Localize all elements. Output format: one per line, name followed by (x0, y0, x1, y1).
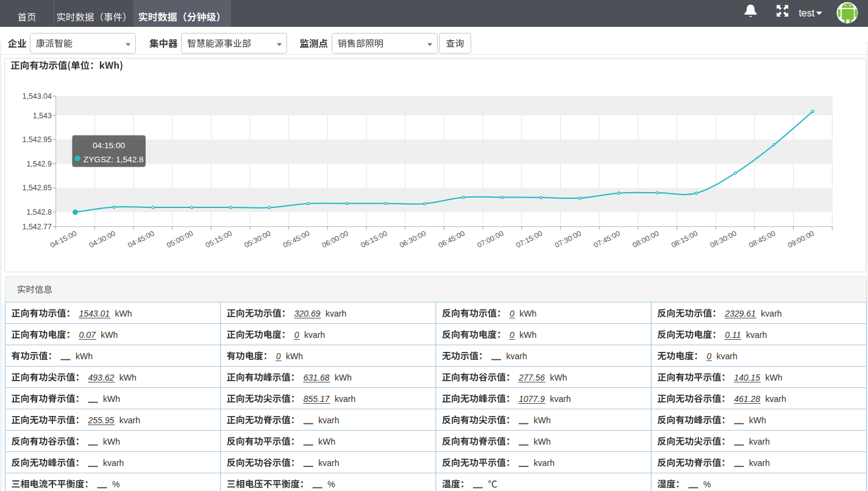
svg-text:04:15:00: 04:15:00 (93, 141, 126, 150)
svg-text:kvarh: kvarh (717, 351, 738, 361)
svg-text:kWh: kWh (335, 373, 352, 382)
svg-text:kvarh: kvarh (326, 309, 346, 318)
svg-text:140.15: 140.15 (734, 373, 760, 382)
svg-text:277.56: 277.56 (518, 373, 545, 382)
svg-text:1077.9: 1077.9 (519, 394, 545, 404)
svg-text:0: 0 (510, 330, 514, 340)
svg-text:1543.01: 1543.01 (79, 309, 110, 318)
svg-text:kWh: kWh (749, 415, 766, 425)
svg-text:kWh: kWh (534, 415, 551, 425)
svg-text:1,542.77: 1,542.77 (23, 223, 52, 231)
svg-text:kWh: kWh (286, 351, 303, 361)
svg-text:kvarh: kvarh (304, 330, 325, 340)
svg-text:ZYGSZ: 1,542.8: ZYGSZ: 1,542.8 (84, 155, 144, 164)
svg-text:kvarh: kvarh (318, 458, 339, 468)
svg-text:kvarh: kvarh (318, 415, 339, 425)
svg-text:kWh: kWh (519, 309, 536, 318)
svg-text:kWh: kWh (101, 330, 118, 340)
svg-text:631.68: 631.68 (304, 373, 330, 382)
svg-text:%: % (112, 479, 119, 489)
svg-text:kvarh: kvarh (749, 437, 770, 446)
svg-text:0.11: 0.11 (725, 330, 741, 340)
svg-text:0: 0 (276, 351, 281, 361)
svg-text:1,543.04: 1,543.04 (23, 92, 52, 101)
svg-text:320.69: 320.69 (294, 309, 321, 318)
svg-text:kvarh: kvarh (119, 415, 140, 425)
svg-text:kWh: kWh (76, 351, 93, 361)
svg-text:1,542.8: 1,542.8 (26, 208, 51, 217)
svg-text:1,542.9: 1,542.9 (26, 160, 51, 168)
svg-text:2329.61: 2329.61 (724, 309, 756, 318)
svg-text:%: % (703, 479, 711, 489)
svg-text:461.28: 461.28 (734, 394, 760, 404)
svg-text:kWh: kWh (318, 437, 335, 446)
svg-text:255.95: 255.95 (88, 415, 115, 425)
svg-text:kWh: kWh (519, 330, 536, 340)
svg-text:kWh: kWh (766, 373, 783, 382)
svg-text:test: test (799, 8, 814, 18)
svg-text:1,542.95: 1,542.95 (23, 135, 52, 144)
svg-text:0: 0 (294, 330, 299, 340)
svg-text:kWh: kWh (103, 437, 120, 446)
svg-text:kvarh: kvarh (766, 394, 786, 404)
svg-text:kvarh: kvarh (103, 458, 124, 468)
svg-text:kWh: kWh (103, 394, 120, 404)
svg-text:kvarh: kvarh (746, 330, 767, 340)
svg-text:855.17: 855.17 (304, 394, 330, 404)
svg-text:kvarh: kvarh (335, 394, 355, 404)
svg-text:%: % (327, 479, 335, 489)
svg-text:kvarh: kvarh (507, 351, 527, 361)
svg-text:0: 0 (510, 309, 514, 318)
svg-text:493.62: 493.62 (88, 373, 115, 382)
svg-text:1,542.85: 1,542.85 (23, 184, 52, 192)
svg-text:kvarh: kvarh (534, 458, 555, 468)
svg-text:0.07: 0.07 (79, 330, 96, 340)
svg-text:kvarh: kvarh (550, 394, 571, 404)
svg-text:kWh: kWh (550, 373, 567, 382)
svg-text:kWh: kWh (115, 309, 132, 318)
svg-text:kvarh: kvarh (761, 309, 781, 318)
svg-text:kvarh: kvarh (749, 458, 770, 468)
svg-text:1,543: 1,543 (33, 112, 52, 120)
svg-text:kWh: kWh (534, 437, 551, 446)
svg-text:0: 0 (706, 351, 711, 361)
svg-text:kWh: kWh (119, 373, 137, 382)
